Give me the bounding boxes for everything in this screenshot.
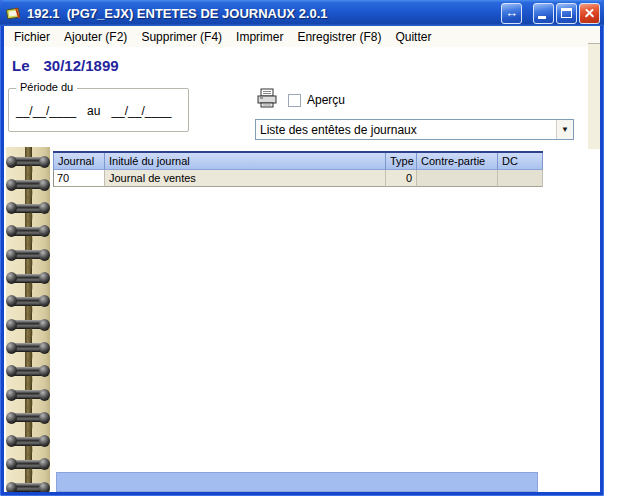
spiral-ring (8, 274, 48, 283)
cell-intitule[interactable]: Journal de ventes (105, 170, 386, 187)
current-date-line: Le30/12/1899 (12, 57, 119, 74)
spiral-ring (8, 320, 48, 329)
maximize-icon (561, 8, 572, 18)
menu-enregistrer[interactable]: Enregistrer (F8) (290, 27, 388, 47)
current-date-value: 30/12/1899 (44, 57, 119, 74)
menu-quitter[interactable]: Quitter (388, 27, 438, 47)
le-label: Le (12, 57, 30, 74)
spiral-ring (8, 343, 48, 352)
menu-ajouter[interactable]: Ajouter (F2) (57, 27, 134, 47)
titlebar[interactable]: 192.1 (PG7_EJX) ENTETES DE JOURNAUX 2.0.… (0, 0, 604, 26)
cell-journal[interactable]: 70 (53, 170, 105, 187)
column-header-type[interactable]: Type (386, 153, 417, 170)
spiral-ring (8, 483, 48, 492)
column-header-intitule[interactable]: Initulé du journal (105, 153, 386, 170)
application-window: 192.1 (PG7_EJX) ENTETES DE JOURNAUX 2.0.… (0, 0, 604, 496)
printer-icon[interactable] (256, 88, 278, 109)
cell-dc[interactable] (498, 170, 543, 187)
apercu-checkbox[interactable] (288, 94, 301, 107)
form-background-strip (588, 43, 600, 149)
bottom-status-bar (56, 472, 538, 492)
column-header-journal[interactable]: Journal (53, 153, 105, 170)
apercu-label[interactable]: Aperçu (307, 93, 345, 107)
spiral-ring (8, 460, 48, 469)
menu-fichier[interactable]: Fichier (7, 27, 57, 47)
journal-book-icon (6, 5, 22, 21)
spiral-ring (8, 250, 48, 259)
periode-legend: Période du (16, 81, 77, 93)
spiral-ring (8, 390, 48, 399)
maximize-button[interactable] (556, 3, 577, 24)
menu-supprimer[interactable]: Supprimer (F4) (134, 27, 229, 47)
spiral-ring (8, 157, 48, 166)
minimize-icon (538, 16, 546, 19)
spiral-ring (8, 204, 48, 213)
cell-type[interactable]: 0 (386, 170, 417, 187)
chevron-down-icon[interactable]: ▼ (556, 120, 573, 139)
journals-grid: Journal Initulé du journal Type Contre-p… (53, 151, 543, 187)
spiral-binding (6, 147, 50, 492)
periode-from-input[interactable]: __/__/____ (16, 104, 76, 118)
window-title: 192.1 (PG7_EJX) ENTETES DE JOURNAUX 2.0.… (27, 6, 501, 21)
report-dropdown[interactable]: Liste des entêtes de journaux ▼ (255, 119, 574, 140)
periode-groupbox: Période du __/__/____au__/__/____ (8, 88, 189, 132)
minimize-button[interactable] (533, 3, 554, 24)
spiral-ring (8, 413, 48, 422)
spiral-ring (8, 367, 48, 376)
report-dropdown-value: Liste des entêtes de journaux (256, 120, 556, 139)
client-area: Fichier Ajouter (F2) Supprimer (F4) Impr… (4, 26, 600, 492)
spiral-ring (8, 297, 48, 306)
grid-header-row: Journal Initulé du journal Type Contre-p… (53, 153, 543, 170)
spiral-ring (8, 437, 48, 446)
screen: 192.1 (PG7_EJX) ENTETES DE JOURNAUX 2.0.… (0, 0, 640, 499)
resize-arrows-icon[interactable]: ↔ (501, 3, 522, 24)
table-row[interactable]: 70 Journal de ventes 0 (53, 170, 543, 187)
caption-buttons: ↔ (501, 3, 600, 24)
column-header-contre-partie[interactable]: Contre-partie (417, 153, 498, 170)
au-label: au (87, 104, 100, 118)
spiral-ring (8, 227, 48, 236)
menu-imprimer[interactable]: Imprimer (229, 27, 290, 47)
menu-bar: Fichier Ajouter (F2) Supprimer (F4) Impr… (4, 26, 600, 47)
cell-contre-partie[interactable] (417, 170, 498, 187)
close-button[interactable] (579, 3, 600, 24)
spiral-ring (8, 180, 48, 189)
column-header-dc[interactable]: DC (498, 153, 543, 170)
periode-to-input[interactable]: __/__/____ (111, 104, 171, 118)
